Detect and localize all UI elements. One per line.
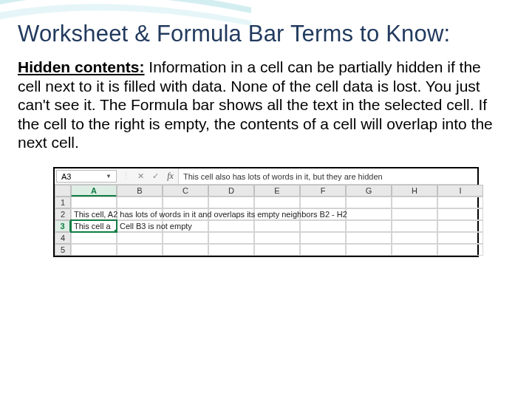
row-header-1[interactable]: 1 xyxy=(55,197,71,208)
cell-G4[interactable] xyxy=(346,232,392,244)
cancel-icon[interactable]: ✕ xyxy=(133,171,148,181)
col-header-F[interactable]: F xyxy=(300,185,346,197)
cell-I1[interactable] xyxy=(437,197,483,208)
col-header-G[interactable]: G xyxy=(346,185,392,197)
cell-C5[interactable] xyxy=(163,244,208,256)
cell-E5[interactable] xyxy=(254,244,300,256)
cell-F2[interactable] xyxy=(300,208,346,220)
name-box-value: A3 xyxy=(61,172,71,181)
cell-E4[interactable] xyxy=(254,232,300,244)
col-header-A[interactable]: A xyxy=(71,185,117,197)
cell-C3[interactable] xyxy=(163,220,208,232)
cell-A3[interactable]: This cell a xyxy=(71,220,117,232)
cell-A1[interactable] xyxy=(71,197,117,208)
cell-C1[interactable] xyxy=(163,197,208,208)
cell-B4[interactable] xyxy=(117,232,163,244)
col-header-I[interactable]: I xyxy=(437,185,483,197)
cell-B3[interactable]: Cell B3 is not empty xyxy=(117,220,163,232)
cell-B2[interactable] xyxy=(117,208,163,220)
cell-A2[interactable]: This cell, A2 has lots of words in it an… xyxy=(71,208,117,220)
col-header-D[interactable]: D xyxy=(208,185,254,197)
cell-E2[interactable] xyxy=(254,208,300,220)
row-header-3[interactable]: 3 xyxy=(55,220,71,232)
formula-bar: A3 ▼ ⋮ ✕ ✓ fx This cell also has lots of… xyxy=(55,168,477,185)
cell-D2[interactable] xyxy=(208,208,254,220)
cell-E1[interactable] xyxy=(254,197,300,208)
excel-screenshot: A3 ▼ ⋮ ✕ ✓ fx This cell also has lots of… xyxy=(53,167,479,257)
cell-D1[interactable] xyxy=(208,197,254,208)
slide-title: Worksheet & Formula Bar Terms to Know: xyxy=(18,21,514,47)
name-box[interactable]: A3 ▼ xyxy=(56,170,117,183)
cell-D3[interactable] xyxy=(208,220,254,232)
cell-H4[interactable] xyxy=(392,232,437,244)
term-label: Hidden contents: xyxy=(18,58,145,75)
enter-icon[interactable]: ✓ xyxy=(148,171,163,181)
cell-G2[interactable] xyxy=(346,208,392,220)
chevron-down-icon: ▼ xyxy=(106,173,112,180)
cell-H3[interactable] xyxy=(392,220,437,232)
cell-I3[interactable] xyxy=(437,220,483,232)
cell-D4[interactable] xyxy=(208,232,254,244)
col-header-C[interactable]: C xyxy=(163,185,208,197)
cell-B1[interactable] xyxy=(117,197,163,208)
formula-input[interactable]: This cell also has lots of words in it, … xyxy=(179,168,477,184)
cell-C4[interactable] xyxy=(163,232,208,244)
cell-C2[interactable] xyxy=(163,208,208,220)
col-header-E[interactable]: E xyxy=(254,185,300,197)
cell-F5[interactable] xyxy=(300,244,346,256)
cell-B5[interactable] xyxy=(117,244,163,256)
cell-A4[interactable] xyxy=(71,232,117,244)
cell-I5[interactable] xyxy=(437,244,483,256)
cell-E3[interactable] xyxy=(254,220,300,232)
spreadsheet-grid: A B C D E F G H I 1 2 This cell, A2 has … xyxy=(55,185,477,256)
cell-F3[interactable] xyxy=(300,220,346,232)
cell-A5[interactable] xyxy=(71,244,117,256)
cell-I2[interactable] xyxy=(437,208,483,220)
cell-F1[interactable] xyxy=(300,197,346,208)
cell-H2[interactable] xyxy=(392,208,437,220)
cell-D5[interactable] xyxy=(208,244,254,256)
definition-text: Hidden contents: Information in a cell c… xyxy=(18,58,507,152)
cell-I4[interactable] xyxy=(437,232,483,244)
divider: ⋮ xyxy=(118,171,133,181)
col-header-H[interactable]: H xyxy=(392,185,437,197)
col-header-B[interactable]: B xyxy=(117,185,163,197)
select-all-corner[interactable] xyxy=(55,185,71,197)
cell-G1[interactable] xyxy=(346,197,392,208)
cell-F4[interactable] xyxy=(300,232,346,244)
cell-H1[interactable] xyxy=(392,197,437,208)
cell-H5[interactable] xyxy=(392,244,437,256)
fx-icon[interactable]: fx xyxy=(163,168,179,184)
cell-G5[interactable] xyxy=(346,244,392,256)
row-header-4[interactable]: 4 xyxy=(55,232,71,244)
cell-G3[interactable] xyxy=(346,220,392,232)
row-header-5[interactable]: 5 xyxy=(55,244,71,256)
row-header-2[interactable]: 2 xyxy=(55,208,71,220)
